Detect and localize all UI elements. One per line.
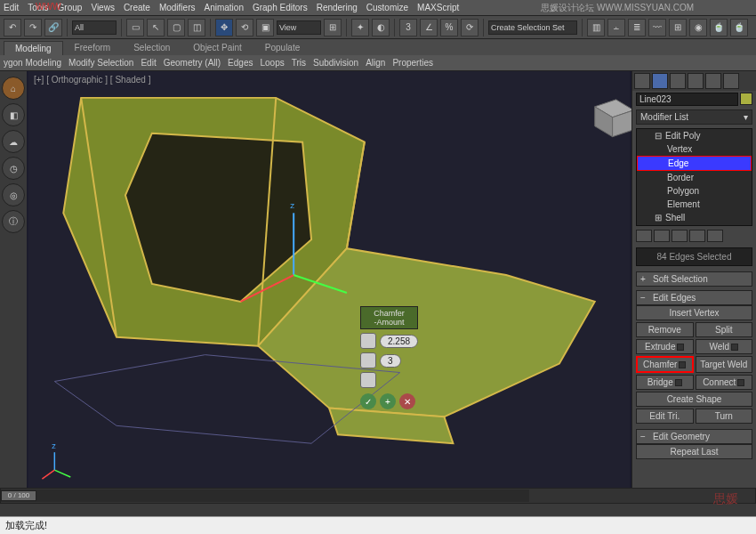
remove-button[interactable]: Remove [636, 322, 694, 337]
tab-modeling[interactable]: Modeling [4, 41, 63, 55]
home-icon[interactable]: ⌂ [2, 77, 25, 100]
modifier-list-dropdown[interactable]: Modifier List▾ [636, 109, 752, 125]
undo-icon[interactable]: ↶ [4, 19, 21, 36]
rib-tris[interactable]: Tris [292, 58, 306, 68]
rib-geom[interactable]: Geometry (All) [164, 58, 221, 68]
connect-settings-icon[interactable] [737, 379, 744, 386]
hierarchy-tab-icon[interactable] [670, 73, 686, 89]
rib-subdiv[interactable]: Subdivision [313, 58, 358, 68]
menu-modifiers[interactable]: Modifiers [159, 3, 196, 12]
redo-icon[interactable]: ↷ [24, 19, 42, 36]
filter-combo[interactable] [72, 20, 117, 35]
window-crossing-icon[interactable]: ◫ [188, 19, 205, 36]
selset-combo[interactable] [488, 20, 577, 35]
menu-group[interactable]: Group [58, 3, 83, 12]
rib-edges[interactable]: Edges [228, 58, 253, 68]
info-icon[interactable]: ⓘ [2, 210, 25, 233]
time-slider[interactable]: 0 / 100 [0, 488, 756, 504]
clock-icon[interactable]: ◷ [2, 157, 25, 180]
rotate-icon[interactable]: ⟲ [236, 19, 253, 36]
menu-animation[interactable]: Animation [204, 3, 243, 12]
viewport[interactable]: [+] [ Orthographic ] [ Shaded ] [27, 71, 631, 488]
stack-element[interactable]: Element [637, 198, 752, 211]
time-thumb[interactable]: 0 / 100 [1, 490, 36, 501]
menu-customize[interactable]: Customize [366, 3, 408, 12]
chamfer-amount-icon[interactable]: ⬍ [360, 333, 376, 349]
chamfer-segments-spinner[interactable]: 3 [380, 354, 401, 368]
menu-create[interactable]: Create [124, 3, 150, 12]
rib-props[interactable]: Properties [392, 58, 433, 68]
chamfer-segments-icon[interactable]: ▤ [360, 352, 376, 368]
create-shape-button[interactable]: Create Shape [636, 392, 752, 407]
chamfer-cancel-icon[interactable]: ✕ [399, 393, 415, 409]
manip-icon[interactable]: ✦ [351, 19, 369, 36]
tab-selection[interactable]: Selection [122, 40, 181, 55]
rib-loops[interactable]: Loops [260, 58, 284, 68]
object-name-field[interactable]: Line023 [636, 93, 738, 106]
layers-icon[interactable]: ≣ [628, 19, 646, 36]
select-region-icon[interactable]: ▢ [167, 19, 185, 36]
bridge-settings-icon[interactable] [675, 379, 682, 386]
modify-tab-icon[interactable] [652, 73, 668, 89]
modifier-stack[interactable]: ⊟ Edit Poly Vertex Edge Border Polygon E… [636, 128, 752, 226]
display-tab-icon[interactable] [705, 73, 721, 89]
cloud-icon[interactable]: ☁ [2, 130, 25, 153]
scale-icon[interactable]: ▣ [256, 19, 274, 36]
chamfer-apply-icon[interactable]: + [380, 393, 396, 409]
pivot-icon[interactable]: ⊞ [324, 19, 342, 36]
rollout-editgeom[interactable]: −Edit Geometry [636, 429, 752, 444]
cursor-icon[interactable]: ↖ [147, 19, 165, 36]
pin-stack-icon[interactable] [636, 230, 652, 242]
align-icon[interactable]: ⫠ [607, 19, 625, 36]
connect-button[interactable]: Connect [696, 375, 753, 390]
turn-button[interactable]: Turn [696, 409, 753, 424]
stack-polygon[interactable]: Polygon [637, 184, 752, 198]
chamfer-settings-icon[interactable] [679, 361, 686, 368]
stack-edge[interactable]: Edge [637, 156, 752, 171]
insert-vertex-button[interactable]: Insert Vertex [636, 305, 752, 320]
stack-editpoly2[interactable]: ⊞ Edit Poly [637, 224, 752, 226]
split-button[interactable]: Split [696, 322, 753, 337]
configure-sets-icon[interactable] [707, 230, 723, 242]
chamfer-button[interactable]: Chamfer [636, 356, 694, 373]
curve-ed-icon[interactable]: 〰 [648, 19, 666, 36]
move-icon[interactable]: ✥ [215, 19, 233, 36]
viewport-label[interactable]: [+] [ Orthographic ] [ Shaded ] [34, 75, 150, 85]
rib-polymodeling[interactable]: ygon Modeling [4, 58, 61, 68]
menu-graph[interactable]: Graph Editors [253, 3, 308, 12]
menu-edit[interactable]: Edit [4, 3, 19, 12]
rollout-softsel[interactable]: +Soft Selection [636, 271, 752, 287]
menu-maxscript[interactable]: MAXScript [417, 3, 459, 12]
menu-views[interactable]: Views [91, 3, 115, 12]
percent-snap-icon[interactable]: % [440, 19, 458, 36]
camera-icon[interactable]: ◎ [2, 183, 25, 206]
stack-vertex[interactable]: Vertex [637, 142, 752, 156]
render-icon[interactable]: 🍵 [730, 19, 748, 36]
angle-snap-icon[interactable]: ∠ [420, 19, 438, 36]
keymode-icon[interactable]: ◐ [372, 19, 390, 36]
stack-shell[interactable]: ⊞ Shell [637, 211, 752, 224]
tab-objectpaint[interactable]: Object Paint [181, 40, 253, 55]
refcoord-combo[interactable] [277, 20, 321, 35]
show-end-icon[interactable] [654, 230, 670, 242]
tab-freeform[interactable]: Freeform [63, 40, 123, 55]
rib-edit[interactable]: Edit [141, 58, 156, 68]
rib-align[interactable]: Align [366, 58, 385, 68]
cube-icon[interactable]: ◧ [2, 103, 25, 126]
extrude-settings-icon[interactable] [677, 344, 684, 351]
remove-mod-icon[interactable] [689, 230, 705, 242]
extrude-button[interactable]: Extrude [636, 339, 694, 354]
make-unique-icon[interactable] [672, 230, 688, 242]
rollout-editedges[interactable]: −Edit Edges [636, 290, 752, 305]
select-icon[interactable]: ▭ [126, 19, 144, 36]
target-weld-button[interactable]: Target Weld [696, 356, 753, 373]
chamfer-amount-spinner[interactable]: 2.258 [380, 335, 418, 348]
chamfer-open-icon[interactable]: ▢ [360, 372, 376, 388]
tab-populate[interactable]: Populate [253, 40, 311, 55]
object-color-swatch[interactable] [740, 93, 752, 105]
rib-modifysel[interactable]: Modify Selection [68, 58, 133, 68]
mat-ed-icon[interactable]: ◉ [689, 19, 707, 36]
chamfer-ok-icon[interactable]: ✓ [360, 393, 376, 409]
create-tab-icon[interactable] [634, 73, 650, 89]
weld-settings-icon[interactable] [731, 344, 738, 351]
